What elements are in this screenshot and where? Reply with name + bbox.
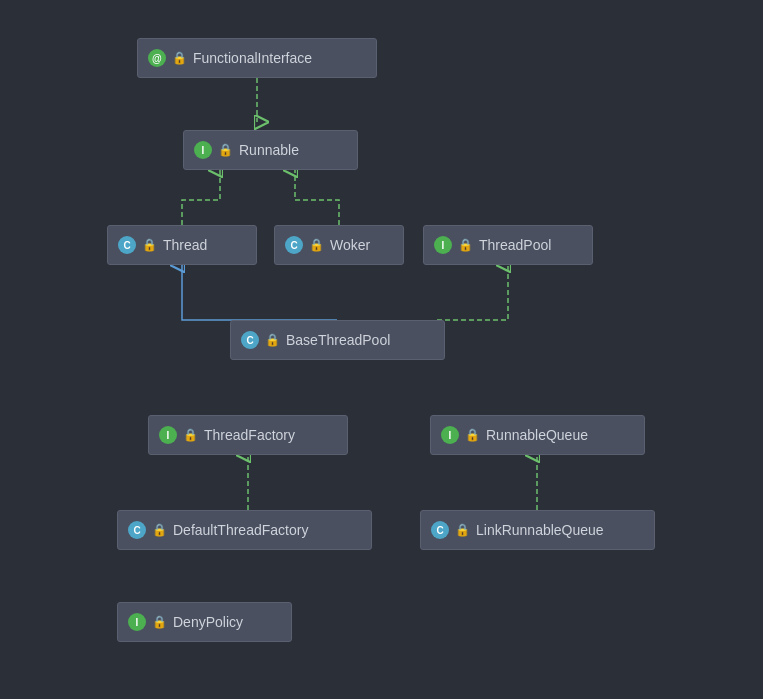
badge-thread-factory: I [159, 426, 177, 444]
lock-default-thread-factory: 🔒 [152, 523, 167, 537]
label-woker: Woker [330, 237, 370, 253]
node-thread[interactable]: C 🔒 Thread [107, 225, 257, 265]
node-deny-policy[interactable]: I 🔒 DenyPolicy [117, 602, 292, 642]
node-link-runnable-queue[interactable]: C 🔒 LinkRunnableQueue [420, 510, 655, 550]
label-link-runnable-queue: LinkRunnableQueue [476, 522, 604, 538]
node-functional-interface[interactable]: @ 🔒 FunctionalInterface [137, 38, 377, 78]
label-functional-interface: FunctionalInterface [193, 50, 312, 66]
label-thread: Thread [163, 237, 207, 253]
badge-base-thread-pool: C [241, 331, 259, 349]
badge-runnable: I [194, 141, 212, 159]
lock-deny-policy: 🔒 [152, 615, 167, 629]
node-runnable[interactable]: I 🔒 Runnable [183, 130, 358, 170]
badge-thread: C [118, 236, 136, 254]
badge-woker: C [285, 236, 303, 254]
lock-functional-interface: 🔒 [172, 51, 187, 65]
badge-default-thread-factory: C [128, 521, 146, 539]
lock-thread-factory: 🔒 [183, 428, 198, 442]
node-woker[interactable]: C 🔒 Woker [274, 225, 404, 265]
lock-thread: 🔒 [142, 238, 157, 252]
node-runnable-queue[interactable]: I 🔒 RunnableQueue [430, 415, 645, 455]
lock-base-thread-pool: 🔒 [265, 333, 280, 347]
lock-link-runnable-queue: 🔒 [455, 523, 470, 537]
label-runnable: Runnable [239, 142, 299, 158]
node-base-thread-pool[interactable]: C 🔒 BaseThreadPool [230, 320, 445, 360]
badge-link-runnable-queue: C [431, 521, 449, 539]
label-deny-policy: DenyPolicy [173, 614, 243, 630]
node-thread-pool[interactable]: I 🔒 ThreadPool [423, 225, 593, 265]
label-base-thread-pool: BaseThreadPool [286, 332, 390, 348]
node-default-thread-factory[interactable]: C 🔒 DefaultThreadFactory [117, 510, 372, 550]
lock-runnable: 🔒 [218, 143, 233, 157]
lock-woker: 🔒 [309, 238, 324, 252]
lock-runnable-queue: 🔒 [465, 428, 480, 442]
badge-deny-policy: I [128, 613, 146, 631]
diagram-container: @ 🔒 FunctionalInterface I 🔒 Runnable C 🔒… [0, 0, 763, 699]
badge-functional-interface: @ [148, 49, 166, 67]
badge-runnable-queue: I [441, 426, 459, 444]
label-thread-pool: ThreadPool [479, 237, 551, 253]
lock-thread-pool: 🔒 [458, 238, 473, 252]
label-thread-factory: ThreadFactory [204, 427, 295, 443]
label-runnable-queue: RunnableQueue [486, 427, 588, 443]
node-thread-factory[interactable]: I 🔒 ThreadFactory [148, 415, 348, 455]
label-default-thread-factory: DefaultThreadFactory [173, 522, 308, 538]
badge-thread-pool: I [434, 236, 452, 254]
